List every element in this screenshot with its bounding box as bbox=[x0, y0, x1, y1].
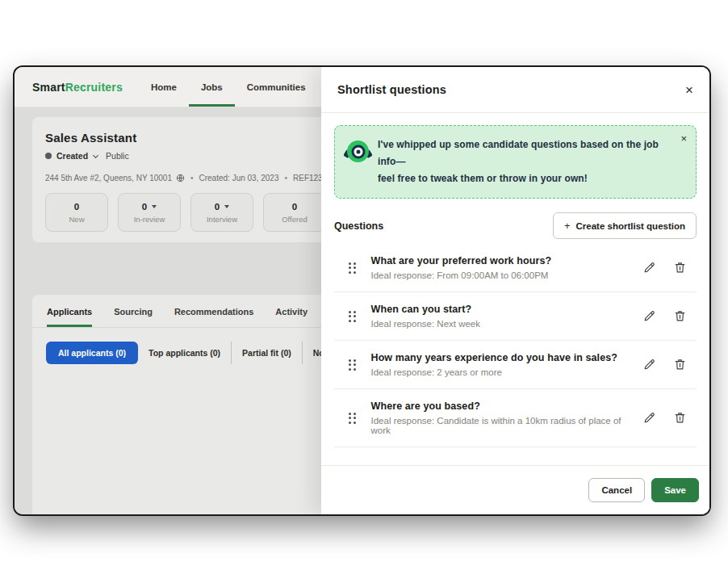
create-button-label: Create shortlist question bbox=[576, 221, 685, 231]
close-icon[interactable]: × bbox=[685, 83, 693, 97]
assistant-owl-icon bbox=[347, 141, 369, 162]
question-row: What are your preferred work hours? Idea… bbox=[334, 244, 697, 292]
banner-close-icon[interactable]: × bbox=[680, 133, 687, 144]
chevron-down-icon[interactable] bbox=[93, 152, 98, 157]
drag-handle-icon[interactable] bbox=[349, 262, 356, 274]
banner-message: I've whipped up some candidate questions… bbox=[378, 136, 668, 187]
questions-header-row: Questions + Create shortlist question bbox=[334, 212, 697, 239]
drag-handle-icon[interactable] bbox=[349, 413, 356, 424]
question-row: How many years experience do you have in… bbox=[334, 341, 697, 389]
shortlist-questions-panel: Shortlist questions × I've whipped up so… bbox=[321, 67, 709, 514]
question-title: Where are you based? bbox=[371, 401, 634, 412]
filter-top-applicants[interactable]: Top applicants (0) bbox=[138, 342, 231, 364]
save-button[interactable]: Save bbox=[651, 478, 699, 502]
assistant-banner: I've whipped up some candidate questions… bbox=[334, 125, 697, 199]
drag-handle-icon[interactable] bbox=[349, 311, 356, 322]
plus-icon: + bbox=[564, 220, 571, 232]
meta-separator: • bbox=[190, 174, 194, 182]
desktop-background: SmartRecruiters Home Jobs Communities Pe… bbox=[0, 0, 728, 583]
filter-all-applicants[interactable]: All applicants (0) bbox=[46, 342, 138, 364]
drag-handle-icon[interactable] bbox=[349, 359, 356, 371]
delete-icon[interactable] bbox=[672, 356, 688, 373]
edit-icon[interactable] bbox=[641, 356, 658, 373]
question-title: When can you start? bbox=[371, 304, 634, 315]
panel-header: Shortlist questions × bbox=[321, 67, 709, 113]
job-status-dropdown[interactable]: Created bbox=[56, 151, 88, 161]
tab-sourcing[interactable]: Sourcing bbox=[114, 295, 153, 327]
smartrecruiters-logo[interactable]: SmartRecruiters bbox=[32, 67, 123, 107]
job-visibility-label: Public bbox=[106, 151, 129, 161]
edit-icon[interactable] bbox=[641, 308, 658, 325]
create-shortlist-question-button[interactable]: + Create shortlist question bbox=[553, 212, 697, 239]
delete-icon[interactable] bbox=[672, 259, 688, 276]
nav-item-communities[interactable]: Communities bbox=[235, 67, 318, 107]
stat-interview[interactable]: 0 Interview bbox=[190, 193, 253, 232]
filter-partial-fit[interactable]: Partial fit (0) bbox=[231, 342, 302, 364]
panel-footer: Cancel Save bbox=[321, 465, 709, 514]
cancel-button[interactable]: Cancel bbox=[588, 478, 645, 502]
question-title: What are your preferred work hours? bbox=[371, 255, 634, 266]
question-ideal-response: Ideal response: Candidate is within a 10… bbox=[371, 416, 634, 435]
stat-offered[interactable]: 0 Offered bbox=[263, 193, 326, 232]
delete-icon[interactable] bbox=[672, 308, 688, 325]
banner-line-2: feel free to tweak them or throw in your… bbox=[378, 170, 668, 187]
logo-text-recruiters: Recruiters bbox=[65, 81, 123, 94]
question-ideal-response: Ideal response: Next week bbox=[371, 319, 634, 329]
meta-separator: • bbox=[284, 174, 287, 182]
edit-icon[interactable] bbox=[641, 259, 658, 276]
job-address: 244 5th Ave #2, Queens, NY 10001 bbox=[45, 174, 172, 182]
caret-down-icon[interactable] bbox=[152, 205, 157, 208]
nav-item-jobs[interactable]: Jobs bbox=[189, 67, 235, 107]
stat-in-review[interactable]: 0 In-review bbox=[118, 193, 181, 232]
job-created-date: Created: Jun 03, 2023 bbox=[199, 174, 279, 182]
tab-activity[interactable]: Activity bbox=[275, 295, 308, 327]
question-row: Where are you based? Ideal response: Can… bbox=[334, 389, 697, 447]
globe-icon bbox=[176, 174, 185, 182]
status-dot-icon bbox=[45, 153, 52, 159]
question-ideal-response: Ideal response: From 09:00AM to 06:00PM bbox=[371, 271, 634, 280]
app-window: SmartRecruiters Home Jobs Communities Pe… bbox=[15, 67, 709, 514]
logo-text-smart: Smart bbox=[32, 81, 65, 94]
question-ideal-response: Ideal response: 2 years or more bbox=[371, 367, 634, 377]
edit-icon[interactable] bbox=[641, 409, 658, 426]
nav-item-home[interactable]: Home bbox=[139, 67, 189, 107]
stat-new[interactable]: 0 New bbox=[45, 193, 108, 232]
question-title: How many years experience do you have in… bbox=[371, 352, 634, 363]
questions-heading: Questions bbox=[334, 220, 383, 232]
caret-down-icon[interactable] bbox=[224, 205, 229, 208]
panel-title: Shortlist questions bbox=[337, 83, 446, 96]
tab-applicants[interactable]: Applicants bbox=[47, 295, 92, 327]
question-row: When can you start? Ideal response: Next… bbox=[334, 292, 697, 341]
tab-recommendations[interactable]: Recommendations bbox=[174, 295, 253, 327]
delete-icon[interactable] bbox=[672, 409, 688, 426]
banner-line-1: I've whipped up some candidate questions… bbox=[378, 136, 668, 170]
question-list: What are your preferred work hours? Idea… bbox=[334, 244, 697, 447]
